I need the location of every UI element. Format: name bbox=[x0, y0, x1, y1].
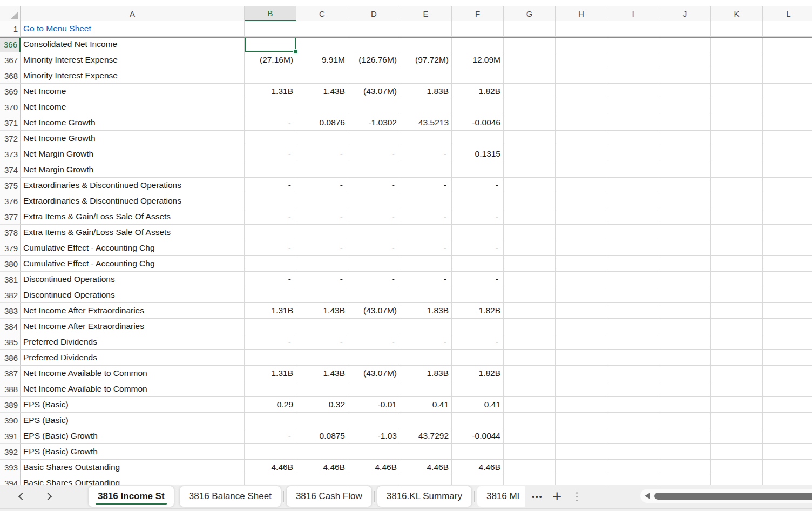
cell-empty[interactable] bbox=[763, 444, 812, 460]
cell-empty[interactable] bbox=[607, 225, 659, 240]
cell-value[interactable]: - bbox=[296, 240, 348, 256]
cell-value[interactable] bbox=[296, 319, 348, 334]
cell-empty[interactable] bbox=[348, 21, 400, 37]
cell-empty[interactable] bbox=[607, 162, 659, 178]
row-number[interactable]: 390 bbox=[0, 413, 21, 428]
cell-value[interactable]: 1.82B bbox=[452, 84, 504, 99]
cell-empty[interactable] bbox=[711, 413, 763, 428]
cell-value[interactable] bbox=[296, 99, 348, 115]
cell-empty[interactable] bbox=[711, 68, 763, 84]
cell-empty[interactable] bbox=[556, 68, 607, 84]
cell-empty[interactable] bbox=[659, 287, 711, 303]
cell-empty[interactable] bbox=[556, 444, 607, 460]
cell-empty[interactable] bbox=[763, 115, 812, 131]
column-header-K[interactable]: K bbox=[711, 6, 763, 21]
row-number[interactable]: 384 bbox=[0, 319, 21, 334]
cell-empty[interactable] bbox=[504, 413, 556, 428]
cell-value[interactable] bbox=[452, 444, 504, 460]
cell-empty[interactable] bbox=[659, 428, 711, 444]
cell-empty[interactable] bbox=[711, 37, 763, 52]
cell-value[interactable] bbox=[296, 350, 348, 366]
cell-value[interactable] bbox=[452, 68, 504, 84]
cell-value[interactable] bbox=[348, 131, 400, 146]
cell-empty[interactable] bbox=[556, 146, 607, 162]
cell-empty[interactable] bbox=[711, 21, 763, 37]
cell-empty[interactable] bbox=[659, 178, 711, 193]
cell-empty[interactable] bbox=[659, 162, 711, 178]
cell-value[interactable] bbox=[296, 256, 348, 272]
cell-value[interactable] bbox=[348, 99, 400, 115]
cell-empty[interactable] bbox=[659, 240, 711, 256]
cell-empty[interactable] bbox=[711, 84, 763, 99]
cell-label[interactable]: Net Income bbox=[21, 84, 245, 99]
cell-value[interactable] bbox=[245, 350, 296, 366]
cell-value[interactable] bbox=[348, 256, 400, 272]
cell-empty[interactable] bbox=[607, 37, 659, 52]
cell-empty[interactable] bbox=[659, 319, 711, 334]
cell-empty[interactable] bbox=[607, 334, 659, 350]
cell-value[interactable] bbox=[245, 37, 296, 52]
row-number[interactable]: 391 bbox=[0, 428, 21, 444]
cell-value[interactable] bbox=[348, 319, 400, 334]
cell-empty[interactable] bbox=[763, 37, 812, 52]
cell-empty[interactable] bbox=[711, 131, 763, 146]
cell-empty[interactable] bbox=[556, 460, 607, 475]
cell-value[interactable] bbox=[245, 381, 296, 397]
cell-label[interactable]: Net Income bbox=[21, 99, 245, 115]
cell-empty[interactable] bbox=[504, 146, 556, 162]
cell-empty[interactable] bbox=[556, 37, 607, 52]
cell-label[interactable]: Discontinued Operations bbox=[21, 272, 245, 287]
cell-empty[interactable] bbox=[763, 366, 812, 381]
cell-label[interactable]: EPS (Basic) Growth bbox=[21, 444, 245, 460]
cell-empty[interactable] bbox=[400, 21, 452, 37]
cell-empty[interactable] bbox=[763, 84, 812, 99]
cell-empty[interactable] bbox=[659, 256, 711, 272]
cell-label[interactable]: Minority Interest Expense bbox=[21, 68, 245, 84]
cell-value[interactable] bbox=[348, 413, 400, 428]
cell-empty[interactable] bbox=[711, 303, 763, 319]
cell-value[interactable]: 1.83B bbox=[400, 84, 452, 99]
prev-sheet-icon[interactable] bbox=[18, 493, 26, 500]
cell-empty[interactable] bbox=[607, 428, 659, 444]
cell-empty[interactable] bbox=[711, 319, 763, 334]
cell-value[interactable] bbox=[348, 350, 400, 366]
cell-value[interactable]: - bbox=[245, 178, 296, 193]
cell-label[interactable]: Extra Items & Gain/Loss Sale Of Assets bbox=[21, 225, 245, 240]
cell-empty[interactable] bbox=[556, 178, 607, 193]
row-number[interactable]: 376 bbox=[0, 193, 21, 209]
cell-empty[interactable] bbox=[763, 193, 812, 209]
cell-empty[interactable] bbox=[711, 178, 763, 193]
cell-value[interactable]: 0.1315 bbox=[452, 146, 504, 162]
cell-value[interactable] bbox=[245, 256, 296, 272]
cell-empty[interactable] bbox=[607, 146, 659, 162]
cell-empty[interactable] bbox=[607, 413, 659, 428]
cell-value[interactable] bbox=[452, 475, 504, 485]
cell-value[interactable]: - bbox=[245, 272, 296, 287]
scroll-left-icon[interactable] bbox=[645, 493, 650, 499]
column-header-H[interactable]: H bbox=[556, 6, 607, 21]
cell-empty[interactable] bbox=[556, 475, 607, 485]
cell-empty[interactable] bbox=[607, 460, 659, 475]
cell-empty[interactable] bbox=[607, 381, 659, 397]
cell-value[interactable] bbox=[400, 287, 452, 303]
row-number[interactable]: 389 bbox=[0, 397, 21, 413]
cell-empty[interactable] bbox=[659, 350, 711, 366]
cell-value[interactable]: 1.43B bbox=[296, 84, 348, 99]
cell-empty[interactable] bbox=[607, 303, 659, 319]
cell-empty[interactable] bbox=[659, 193, 711, 209]
cell-empty[interactable] bbox=[556, 162, 607, 178]
cell-empty[interactable] bbox=[504, 397, 556, 413]
cell-empty[interactable] bbox=[763, 99, 812, 115]
cell-empty[interactable] bbox=[556, 319, 607, 334]
column-header-C[interactable]: C bbox=[296, 6, 348, 21]
cell-value[interactable] bbox=[245, 444, 296, 460]
cell-label[interactable]: Preferred Dividends bbox=[21, 350, 245, 366]
cell-empty[interactable] bbox=[763, 303, 812, 319]
column-header-E[interactable]: E bbox=[400, 6, 452, 21]
cell-empty[interactable] bbox=[659, 37, 711, 52]
row-number[interactable]: 386 bbox=[0, 350, 21, 366]
cell-value[interactable]: - bbox=[245, 115, 296, 131]
cell-empty[interactable] bbox=[504, 334, 556, 350]
cell-empty[interactable] bbox=[763, 240, 812, 256]
row-number[interactable]: 372 bbox=[0, 131, 21, 146]
